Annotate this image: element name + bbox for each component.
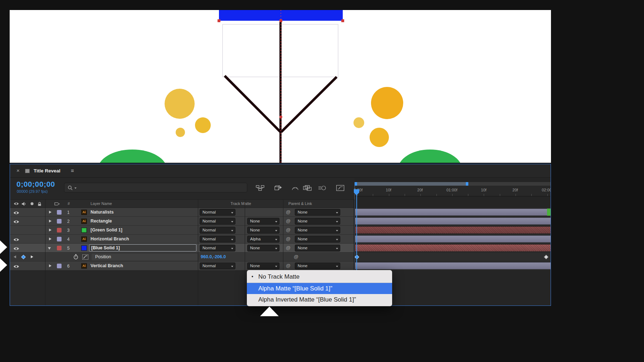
track-matte-dropdown[interactable]: None [247, 263, 279, 269]
pickwhip-icon[interactable]: @ [286, 245, 291, 250]
menu-item-alpha-matte[interactable]: Alpha Matte “[Blue Solid 1]” [247, 283, 392, 294]
graph-editor-icon[interactable] [336, 184, 345, 191]
green-hill-right[interactable] [398, 150, 462, 163]
header-layer-name[interactable]: Layer Name [91, 201, 112, 206]
selection-handle[interactable] [218, 19, 220, 22]
layer-name[interactable]: [Green Solid 1] [91, 228, 122, 233]
parent-dropdown[interactable]: None [295, 236, 340, 243]
position-property-row[interactable]: Position 960.0,-206.0 @ [10, 253, 355, 261]
composition-viewer[interactable] [10, 10, 551, 163]
visibility-eye-icon[interactable] [13, 264, 19, 270]
solo-column-icon[interactable] [30, 202, 34, 206]
menu-item-no-track-matte[interactable]: • No Track Matte [247, 270, 392, 283]
header-parent-link[interactable]: Parent & Link [283, 201, 317, 206]
next-keyframe-icon[interactable] [31, 255, 33, 258]
green-hill-left[interactable] [98, 150, 167, 163]
timeline-search-input[interactable] [64, 183, 247, 192]
expand-arrow-icon[interactable] [49, 220, 52, 222]
timeline-tab-title[interactable]: Title Reveal [34, 168, 60, 173]
stopwatch-icon[interactable] [73, 254, 79, 261]
yellow-circle-left-large[interactable] [165, 89, 195, 119]
label-column-tag-icon[interactable] [54, 202, 60, 207]
layer-name-field[interactable]: [Blue Solid 1] [89, 244, 196, 251]
previous-keyframe-icon[interactable] [14, 255, 16, 258]
blend-mode-dropdown[interactable]: Normal [200, 227, 235, 234]
label-color-swatch[interactable] [57, 219, 62, 224]
expand-arrow-icon[interactable] [49, 238, 52, 240]
search-options-chevron-icon[interactable] [74, 187, 77, 189]
collapse-arrow-icon[interactable] [48, 247, 51, 250]
duration-bar-blue-solid[interactable] [355, 244, 551, 251]
visibility-eye-icon[interactable] [13, 246, 19, 252]
work-area-start-handle[interactable] [355, 182, 357, 186]
layer-row-blue-solid[interactable]: 5 [Blue Solid 1] Normal None @ None [10, 244, 355, 253]
composition-canvas[interactable] [10, 10, 551, 163]
layer-row-rectangle[interactable]: 2 Ai Rectangle Normal None @ None [10, 217, 355, 226]
blend-mode-dropdown[interactable]: Normal [200, 209, 235, 216]
layer-row-horizontal-branch[interactable]: 4 Ai Horizontal Branch Normal Alpha @ No… [10, 235, 355, 244]
pickwhip-icon[interactable]: @ [286, 227, 291, 233]
track-matte-dropdown[interactable]: None [247, 227, 279, 234]
header-track-matte[interactable]: Track Matte [198, 201, 284, 206]
layer-row-vertical-branch[interactable]: 6 Ai Vertical Branch Normal None @ None [10, 261, 355, 270]
hide-shy-layers-icon[interactable] [291, 184, 300, 191]
blend-mode-dropdown[interactable]: Normal [200, 263, 235, 269]
branch-left[interactable] [225, 76, 280, 132]
parent-dropdown[interactable]: None [295, 209, 340, 216]
work-area-bar[interactable] [355, 182, 468, 186]
panel-close-button[interactable]: × [16, 167, 20, 173]
work-area-end-handle[interactable] [466, 182, 468, 186]
branch-right[interactable] [281, 77, 337, 132]
duration-bar-vertical-branch[interactable] [355, 262, 551, 269]
duration-bar-naturalists[interactable] [355, 209, 551, 216]
track-matte-dropdown[interactable]: None [247, 218, 279, 225]
pickwhip-icon[interactable]: @ [286, 209, 291, 215]
track-matte-dropdown[interactable]: Alpha [247, 236, 279, 243]
duration-bar-green-solid[interactable] [355, 226, 551, 234]
layer-name[interactable]: Vertical Branch [91, 263, 123, 268]
visibility-eye-icon[interactable] [13, 237, 19, 243]
yellow-circle-right-small[interactable] [353, 117, 364, 128]
panel-menu-icon[interactable]: ≡ [71, 167, 74, 173]
label-color-swatch[interactable] [57, 210, 62, 215]
frame-blending-icon[interactable] [303, 184, 312, 191]
layer-row-green-solid[interactable]: 3 [Green Solid 1] Normal None @ None [10, 226, 355, 235]
duration-bar-horizontal-branch[interactable] [355, 235, 551, 243]
selection-handle[interactable] [341, 19, 344, 22]
label-color-swatch[interactable] [57, 228, 62, 233]
track-matte-dropdown[interactable]: None [247, 245, 279, 251]
pickwhip-icon[interactable]: @ [286, 218, 291, 224]
parent-dropdown[interactable]: None [295, 227, 340, 234]
label-color-swatch[interactable] [57, 237, 62, 241]
label-color-swatch[interactable] [57, 246, 62, 250]
anchor-point[interactable] [279, 116, 282, 118]
time-ruler[interactable]: 0:00f 10f 20f 01:00f 10f 20f 02:00 [355, 186, 551, 196]
pickwhip-icon[interactable]: @ [286, 236, 291, 241]
blend-mode-dropdown[interactable]: Normal [200, 245, 235, 251]
lock-column-icon[interactable] [38, 202, 42, 207]
duration-bar-rectangle[interactable] [355, 217, 551, 225]
parent-dropdown[interactable]: None [295, 218, 340, 225]
keyframe-toggle-icon[interactable] [21, 255, 26, 259]
pickwhip-icon[interactable]: @ [286, 263, 291, 268]
yellow-circle-right-large[interactable] [371, 87, 403, 119]
parent-dropdown[interactable]: None [295, 263, 340, 269]
audio-column-speaker-icon[interactable] [21, 202, 26, 207]
expand-arrow-icon[interactable] [49, 264, 52, 267]
menu-item-alpha-inverted-matte[interactable]: Alpha Inverted Matte “[Blue Solid 1]” [247, 294, 392, 305]
yellow-circle-left-medium[interactable] [195, 117, 211, 133]
selection-handle[interactable] [279, 19, 282, 22]
pickwhip-icon[interactable]: @ [294, 254, 298, 259]
property-name[interactable]: Position [92, 254, 197, 260]
yellow-circle-right-medium[interactable] [370, 128, 389, 147]
layer-name[interactable]: Naturalists [91, 210, 114, 215]
yellow-circle-left-small[interactable] [176, 128, 185, 137]
label-color-swatch[interactable] [57, 264, 62, 268]
visibility-eye-icon[interactable] [13, 210, 19, 216]
motion-blur-icon[interactable] [318, 184, 327, 191]
layer-name[interactable]: Horizontal Branch [91, 236, 129, 241]
composition-mini-flowchart-icon[interactable] [255, 184, 265, 191]
position-value[interactable]: 960.0,-206.0 [201, 254, 226, 259]
layer-row-naturalists[interactable]: 1 Ai Naturalists Normal @ None [10, 208, 355, 217]
graph-icon[interactable] [82, 254, 88, 261]
